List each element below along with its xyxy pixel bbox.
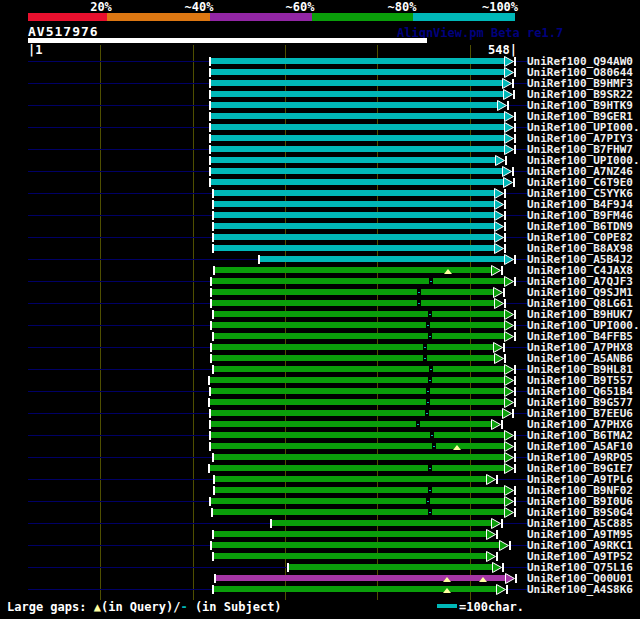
hit-bar[interactable]	[212, 289, 494, 295]
hit-label[interactable]: UniRef100_A4S8K6	[527, 584, 633, 595]
scale-swatch-icon	[437, 604, 457, 608]
hit-bar[interactable]	[214, 245, 495, 251]
hit-bar[interactable]	[211, 124, 505, 130]
query-ruler-bar	[28, 38, 427, 43]
hit-bar[interactable]	[211, 421, 492, 427]
hit-bar[interactable]	[214, 366, 505, 372]
hit-end-tick	[514, 387, 516, 396]
subject-gap-mark	[432, 443, 436, 449]
hit-bar[interactable]	[211, 102, 498, 108]
subject-gap-dash-icon	[427, 501, 429, 502]
hit-end-tick	[504, 222, 506, 231]
subject-gap-mark	[428, 333, 432, 339]
scale-label-100: ~100%	[482, 0, 518, 14]
hit-bar[interactable]	[210, 465, 505, 471]
subject-gap-mark	[428, 487, 432, 493]
hit-end-tick	[514, 255, 516, 264]
subject-gap-dash-icon	[429, 336, 431, 337]
hit-bar[interactable]	[214, 223, 495, 229]
hit-bar[interactable]	[214, 333, 505, 339]
subject-gap-dash-icon	[427, 325, 429, 326]
hit-bar[interactable]	[211, 410, 503, 416]
hit-end-tick	[496, 552, 498, 561]
hit-bar[interactable]	[272, 520, 492, 526]
hit-bar[interactable]	[211, 113, 505, 119]
identity-scale-segment	[210, 13, 312, 21]
hit-bar[interactable]	[214, 212, 495, 218]
hit-bar[interactable]	[211, 91, 504, 97]
subject-gap-dash-icon	[429, 380, 431, 381]
hit-end-tick	[514, 112, 516, 121]
hit-bar[interactable]	[214, 454, 505, 460]
hit-bar[interactable]	[289, 564, 493, 570]
hit-end-tick	[514, 431, 516, 440]
query-gap-triangle-icon	[443, 577, 451, 582]
scale-label-80: ~80%	[388, 0, 417, 14]
hit-bar[interactable]	[212, 542, 500, 548]
hit-end-tick	[514, 321, 516, 330]
subject-gap-dash-icon	[417, 424, 419, 425]
hit-bar[interactable]	[211, 498, 505, 504]
scale-label-20: 20%	[90, 0, 112, 14]
identity-scale-segment	[28, 13, 107, 21]
hit-bar[interactable]	[210, 399, 505, 405]
hit-bar[interactable]	[215, 476, 487, 482]
hit-bar[interactable]	[214, 234, 495, 240]
scale-label-40: ~40%	[185, 0, 214, 14]
subject-gap-mark	[425, 410, 429, 416]
hit-bar[interactable]	[215, 487, 505, 493]
hit-bar[interactable]	[214, 311, 505, 317]
subject-gap-dash-icon	[429, 468, 431, 469]
hit-bar[interactable]	[214, 586, 497, 592]
hit-bar[interactable]	[214, 531, 487, 537]
query-id: AV517976	[28, 24, 99, 39]
subject-gap-mark	[416, 421, 420, 427]
hit-bar[interactable]	[211, 80, 503, 86]
hit-end-tick	[514, 398, 516, 407]
hit-bar[interactable]	[214, 190, 495, 196]
hit-end-tick	[504, 354, 506, 363]
subject-gap-dash-icon: -	[180, 600, 187, 614]
hit-bar[interactable]	[212, 322, 505, 328]
hit-bar[interactable]	[212, 355, 495, 361]
subject-gap-dash-icon	[433, 446, 435, 447]
hit-bar[interactable]	[216, 575, 506, 581]
hit-bar[interactable]	[212, 278, 505, 284]
hit-bar[interactable]	[211, 179, 504, 185]
hit-bar[interactable]	[211, 157, 496, 163]
subject-gap-mark	[426, 399, 430, 405]
hit-bar[interactable]	[211, 58, 505, 64]
hit-bar[interactable]	[211, 168, 503, 174]
hit-bar[interactable]	[213, 509, 505, 515]
hit-bar[interactable]	[260, 256, 505, 262]
hit-bar[interactable]	[214, 553, 487, 559]
query-gap-triangle-icon: ▲	[94, 600, 101, 614]
subject-gap-mark	[426, 498, 430, 504]
hit-bar[interactable]	[211, 135, 505, 141]
subject-gap-dash-icon	[427, 402, 429, 403]
subject-gap-dash-icon	[424, 358, 426, 359]
hit-end-tick	[504, 244, 506, 253]
subject-gap-mark	[417, 289, 421, 295]
subject-gap-mark	[428, 465, 432, 471]
hit-bar[interactable]	[211, 69, 505, 75]
legend-subject-text: (in Subject)	[188, 600, 282, 614]
hit-bar[interactable]	[212, 344, 494, 350]
hit-bar[interactable]	[212, 300, 495, 306]
hit-bar[interactable]	[211, 432, 505, 438]
hit-end-tick	[503, 288, 505, 297]
subject-gap-dash-icon	[424, 347, 426, 348]
hit-end-tick	[514, 497, 516, 506]
hit-bar[interactable]	[214, 201, 495, 207]
subject-gap-dash-icon	[418, 292, 420, 293]
subject-gap-mark	[423, 355, 427, 361]
hit-bar[interactable]	[210, 377, 505, 383]
hit-end-tick	[514, 508, 516, 517]
hit-end-tick	[504, 211, 506, 220]
hit-bar[interactable]	[211, 388, 505, 394]
legend-query-text: (in Query)/	[101, 600, 180, 614]
alignment-row: UniRef100_A4S8K6	[0, 584, 640, 595]
legend-prefix: Large gaps:	[7, 600, 94, 614]
hit-end-tick	[505, 156, 507, 165]
hit-bar[interactable]	[211, 146, 505, 152]
